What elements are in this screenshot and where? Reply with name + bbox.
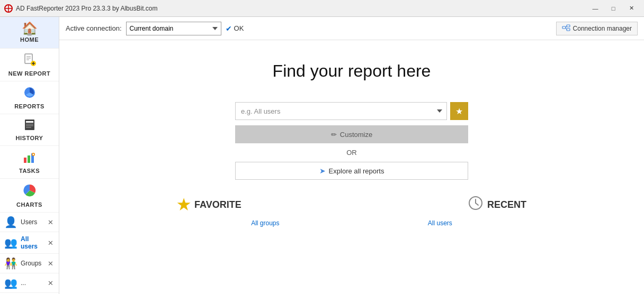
svg-rect-16 [24, 158, 26, 163]
more-tab-close[interactable]: ✕ [47, 280, 55, 287]
bottom-links: All groups All users [177, 219, 526, 227]
users-tab-icon: 👤 [4, 216, 17, 228]
charts-icon [22, 183, 37, 200]
tasks-icon [23, 150, 37, 166]
sidebar-label-charts: CHARTS [16, 201, 42, 208]
sidebar-tab-all-users[interactable]: 👥 All users ✕ [0, 232, 59, 254]
title-bar: AD FastReporter 2023 Pro 23.3.3 by Albus… [0, 0, 644, 17]
sidebar-item-home[interactable]: 🏠 HOME [0, 17, 59, 49]
app-icon [4, 4, 13, 13]
sidebar-item-new-report[interactable]: NEW REPORT [0, 49, 59, 81]
favorite-star-icon: ★ [177, 196, 190, 214]
recent-label: RECENT [487, 199, 526, 210]
status-text: OK [234, 24, 244, 32]
svg-rect-15 [26, 127, 31, 128]
connection-manager-label: Connection manager [573, 25, 632, 32]
svg-line-29 [476, 203, 478, 205]
window-controls: — □ ✕ [587, 3, 640, 14]
connection-manager-icon [562, 24, 570, 33]
svg-rect-22 [562, 26, 566, 29]
groups-tab-close[interactable]: ✕ [47, 260, 55, 267]
sidebar-tab-more[interactable]: 👥 ... ✕ [0, 273, 59, 293]
sidebar: 🏠 HOME NEW REPORT [0, 17, 59, 294]
svg-rect-14 [26, 125, 33, 126]
sidebar-item-tasks[interactable]: TASKS [0, 146, 59, 179]
explore-label: Explore all reports [329, 167, 384, 175]
customize-button[interactable]: ✏ Customize [235, 125, 468, 143]
new-report-icon [23, 53, 37, 69]
svg-point-20 [32, 154, 34, 155]
sidebar-tabs: 👤 Users ✕ 👥 All users ✕ 👫 Groups ✕ 👥 ...… [0, 213, 59, 294]
app-body: 🏠 HOME NEW REPORT [0, 17, 644, 294]
close-button[interactable]: ✕ [623, 3, 640, 14]
explore-all-reports-button[interactable]: ➤ Explore all reports [235, 162, 468, 180]
reports-icon [23, 86, 37, 102]
toolbar-status: ✔ OK [226, 24, 244, 33]
explore-icon: ➤ [319, 167, 326, 175]
svg-rect-23 [567, 25, 570, 27]
svg-rect-12 [26, 121, 33, 123]
minimize-button[interactable]: — [587, 3, 604, 14]
sidebar-tab-users[interactable]: 👤 Users ✕ [0, 213, 59, 232]
sidebar-label-new-report: NEW REPORT [8, 70, 51, 77]
star-icon: ★ [455, 106, 463, 116]
check-icon: ✔ [226, 24, 232, 33]
favorite-badge: ★ FAVORITE [177, 196, 241, 214]
connection-manager-button[interactable]: Connection manager [556, 22, 638, 35]
find-report-title: Find your report here [273, 61, 431, 81]
sidebar-label-history: HISTORY [16, 135, 43, 141]
active-connection-label: Active connection: [66, 24, 122, 32]
maximize-button[interactable]: □ [605, 3, 622, 14]
customize-label: Customize [340, 131, 372, 139]
svg-rect-17 [28, 155, 30, 163]
sidebar-label-home: HOME [20, 36, 39, 43]
groups-tab-icon: 👫 [4, 257, 17, 270]
report-search-select[interactable]: e.g. All users [235, 102, 447, 120]
or-divider: OR [346, 149, 357, 157]
history-icon [23, 118, 36, 133]
main-area: Active connection: Current domain Local … [59, 17, 644, 294]
more-tab-icon: 👥 [4, 277, 17, 289]
sidebar-item-history[interactable]: HISTORY [0, 114, 59, 146]
sidebar-item-reports[interactable]: REPORTS [0, 81, 59, 114]
sidebar-tab-groups[interactable]: 👫 Groups ✕ [0, 254, 59, 273]
pencil-icon: ✏ [331, 131, 337, 139]
sidebar-tab-all-users-label: All users [21, 235, 43, 250]
clock-icon [468, 196, 483, 214]
sidebar-tab-more-label: ... [21, 279, 43, 287]
svg-rect-24 [567, 29, 570, 31]
all-users-tab-close[interactable]: ✕ [47, 240, 55, 246]
sidebar-item-charts[interactable]: CHARTS [0, 179, 59, 213]
toolbar: Active connection: Current domain Local … [59, 17, 644, 40]
svg-rect-13 [26, 124, 33, 125]
favorite-search-button[interactable]: ★ [450, 102, 468, 120]
recent-badge: RECENT [468, 196, 526, 214]
favorite-label: FAVORITE [194, 199, 241, 210]
sidebar-tab-groups-label: Groups [21, 260, 43, 267]
all-users-tab-icon: 👥 [4, 236, 17, 249]
all-groups-link[interactable]: All groups [251, 219, 279, 227]
home-icon: 🏠 [22, 22, 38, 35]
connection-select[interactable]: Current domain Local machine Other domai… [126, 22, 221, 35]
sidebar-label-tasks: TASKS [19, 168, 40, 174]
all-users-link[interactable]: All users [428, 219, 452, 227]
app-title: AD FastReporter 2023 Pro 23.3.3 by Albus… [16, 5, 157, 12]
search-row: e.g. All users ★ [235, 102, 468, 120]
main-content: Find your report here e.g. All users ★ ✏… [59, 40, 644, 294]
users-tab-close[interactable]: ✕ [47, 219, 55, 226]
sidebar-label-reports: REPORTS [14, 103, 44, 109]
sidebar-tab-users-label: Users [21, 218, 43, 226]
bottom-badges: ★ FAVORITE RECENT [177, 196, 526, 214]
